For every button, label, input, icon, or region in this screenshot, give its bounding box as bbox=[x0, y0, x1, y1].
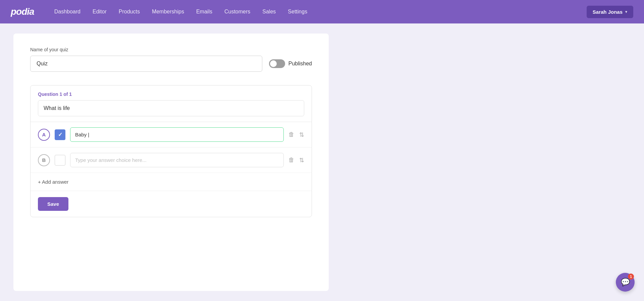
question-text-input[interactable] bbox=[38, 100, 304, 116]
chat-icon: 💬 bbox=[621, 278, 630, 287]
answer-row-b: B 🗑 ⇅ bbox=[31, 147, 312, 173]
answer-input-a[interactable] bbox=[70, 127, 284, 142]
nav-link-memberships[interactable]: Memberships bbox=[152, 9, 184, 15]
chevron-down-icon: ▾ bbox=[625, 10, 627, 14]
chat-bubble-button[interactable]: 💬 1 bbox=[616, 273, 635, 292]
toggle-track bbox=[269, 59, 285, 68]
published-toggle[interactable] bbox=[269, 59, 285, 68]
question-counter: Question 1 of 1 bbox=[38, 92, 304, 97]
answer-b-actions: 🗑 ⇅ bbox=[288, 157, 304, 164]
answer-input-b[interactable] bbox=[70, 153, 284, 167]
chat-badge: 1 bbox=[628, 274, 634, 280]
add-answer-label: + Add answer bbox=[38, 179, 68, 185]
save-row: Save bbox=[31, 191, 312, 217]
user-menu-button[interactable]: Sarah Jonas ▾ bbox=[587, 6, 633, 18]
nav-links: Dashboard Editor Products Memberships Em… bbox=[54, 9, 587, 15]
top-navigation: podia Dashboard Editor Products Membersh… bbox=[0, 0, 644, 23]
reorder-icon-b[interactable]: ⇅ bbox=[299, 157, 304, 164]
answer-row-a: A ✓ 🗑 ⇅ bbox=[31, 122, 312, 147]
quiz-name-label: Name of your quiz bbox=[30, 47, 312, 52]
answer-checkbox-a[interactable]: ✓ bbox=[55, 129, 65, 140]
reorder-icon-a[interactable]: ⇅ bbox=[299, 131, 304, 138]
right-panel bbox=[329, 34, 631, 291]
nav-link-sales[interactable]: Sales bbox=[262, 9, 276, 15]
nav-link-products[interactable]: Products bbox=[119, 9, 140, 15]
add-answer-button[interactable]: + Add answer bbox=[38, 179, 68, 185]
delete-icon-b[interactable]: 🗑 bbox=[288, 157, 294, 164]
nav-link-dashboard[interactable]: Dashboard bbox=[54, 9, 80, 15]
answer-section: A ✓ 🗑 ⇅ B 🗑 bbox=[31, 122, 312, 217]
main-container: Name of your quiz Published Question 1 o… bbox=[0, 23, 644, 301]
answer-a-actions: 🗑 ⇅ bbox=[288, 131, 304, 138]
published-label: Published bbox=[288, 61, 312, 67]
nav-link-settings[interactable]: Settings bbox=[288, 9, 307, 15]
content-panel: Name of your quiz Published Question 1 o… bbox=[13, 34, 329, 291]
toggle-thumb bbox=[270, 60, 277, 67]
quiz-name-row: Published bbox=[30, 56, 312, 72]
quiz-name-input[interactable] bbox=[30, 56, 262, 72]
answer-letter-b: B bbox=[38, 154, 50, 166]
delete-icon-a[interactable]: 🗑 bbox=[288, 131, 294, 138]
question-header: Question 1 of 1 bbox=[31, 85, 312, 116]
add-answer-row: + Add answer bbox=[31, 173, 312, 191]
answer-checkbox-b[interactable] bbox=[55, 155, 65, 166]
checkmark-icon: ✓ bbox=[58, 132, 62, 137]
published-toggle-row: Published bbox=[269, 59, 312, 68]
nav-link-customers[interactable]: Customers bbox=[224, 9, 250, 15]
user-name: Sarah Jonas bbox=[593, 9, 623, 15]
question-box: Question 1 of 1 A ✓ 🗑 ⇅ bbox=[30, 85, 312, 217]
logo: podia bbox=[11, 6, 34, 17]
nav-link-editor[interactable]: Editor bbox=[93, 9, 107, 15]
save-button[interactable]: Save bbox=[38, 197, 68, 211]
nav-link-emails[interactable]: Emails bbox=[196, 9, 212, 15]
answer-letter-a: A bbox=[38, 129, 50, 141]
